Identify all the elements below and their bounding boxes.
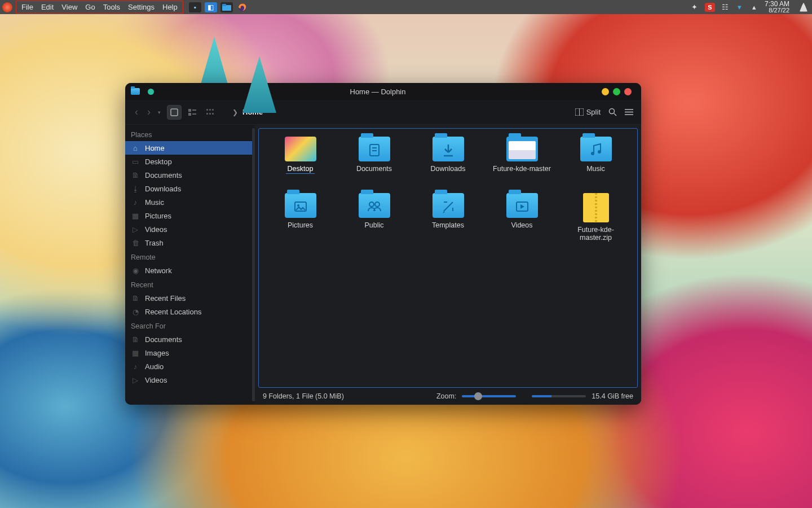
sidebar-item-home[interactable]: ⌂Home [125,141,255,155]
breadcrumb[interactable]: ❯ Home [232,108,575,116]
window-close-button[interactable] [624,88,632,95]
sidebar-item-label: Music [145,198,164,207]
file-item-future-kde-master-zip[interactable]: Future-kde-master.zip [559,193,633,247]
menu-edit[interactable]: Edit [37,2,58,12]
file-item-pictures[interactable]: Pictures [263,193,337,247]
nav-history-dropdown[interactable]: ▾ [156,106,162,119]
free-space-bar [532,395,586,397]
file-item-future-kde-master[interactable]: Future-kde-master [485,137,559,191]
svg-point-16 [610,109,615,114]
svg-rect-13 [212,113,214,115]
sidebar-item-pictures[interactable]: ▦Pictures [125,209,255,222]
tray-icon-volume[interactable]: ▾ [735,3,744,12]
sidebar-item-videos[interactable]: ▷Videos [125,373,255,387]
sidebar-heading-remote: Remote [125,249,255,264]
file-item-downloads[interactable]: Downloads [411,137,485,191]
sidebar-item-music[interactable]: ♪Music [125,195,255,209]
file-item-desktop[interactable]: Desktop [263,137,337,191]
sidebar-item-documents[interactable]: 🗎Documents [125,168,255,182]
svg-point-29 [369,202,374,207]
sidebar-item-label: Documents [145,335,182,344]
tray-icon-updates[interactable]: ✦ [690,3,699,12]
folder-icon [359,137,390,161]
user-icon[interactable] [800,3,807,12]
sidebar-item-videos[interactable]: ▷Videos [125,222,255,236]
toolbar: ‹ › ▾ ❯ Home [125,100,641,125]
file-item-templates[interactable]: Templates [411,193,485,247]
search-button[interactable] [608,108,617,116]
menu-view[interactable]: View [58,2,81,12]
breadcrumb-current[interactable]: Home [242,108,263,116]
task-icon-terminal[interactable]: ▪ [189,2,201,12]
window-maximize-button[interactable] [613,88,620,95]
folder-icon [285,193,316,218]
view-compact-button[interactable] [185,105,200,120]
menu-help[interactable]: Help [158,2,182,12]
sidebar-item-audio[interactable]: ♪Audio [125,360,255,373]
file-label: Future-kde-master [491,164,553,173]
file-item-videos[interactable]: Videos [485,193,559,247]
svg-rect-11 [206,113,208,115]
sidebar-item-trash[interactable]: 🗑Trash [125,236,255,249]
sidebar-scrollbar[interactable] [252,128,255,401]
file-item-music[interactable]: Music [559,137,633,191]
svg-point-26 [598,150,601,154]
folder-icon [433,137,464,161]
view-icons-button[interactable] [167,105,182,120]
sidebar-item-icon: 🗎 [131,294,140,303]
file-label: Public [363,221,385,230]
places-sidebar[interactable]: Places⌂Home▭Desktop🗎Documents⭳Downloads♪… [125,125,255,405]
sidebar-heading-recent: Recent [125,277,255,291]
clock-time: 7:30 AM [765,1,789,7]
sidebar-item-recent-locations[interactable]: ◔Recent Locations [125,305,255,318]
status-summary: 9 Folders, 1 File (5.0 MiB) [263,392,344,400]
sidebar-item-downloads[interactable]: ⭳Downloads [125,182,255,195]
tray-chevron-icon[interactable]: ▴ [750,3,759,12]
file-item-public[interactable]: Public [337,193,411,247]
view-details-button[interactable] [203,105,218,120]
sidebar-item-icon: 🗎 [131,335,140,344]
folder-icon [506,193,538,218]
menu-tools[interactable]: Tools [99,2,124,12]
svg-rect-6 [188,113,191,116]
menu-go[interactable]: Go [81,2,99,12]
task-icon-app[interactable]: ◧ [205,2,217,12]
nav-back-button[interactable]: ‹ [131,106,142,119]
free-space-label: 15.4 GiB free [592,392,633,400]
svg-rect-4 [188,109,191,112]
svg-rect-5 [192,110,196,111]
sidebar-item-label: Audio [145,362,164,371]
sidebar-item-label: Home [145,144,165,152]
split-view-button[interactable]: Split [575,108,601,116]
nav-forward-button[interactable]: › [143,106,155,119]
svg-rect-9 [209,109,211,111]
task-icon-firefox[interactable] [236,2,249,12]
menu-file[interactable]: File [17,2,37,12]
sidebar-item-icon: ⌂ [131,143,140,152]
panel-clock[interactable]: 7:30 AM 8/27/22 [765,1,789,14]
menu-settings[interactable]: Settings [124,2,158,12]
sidebar-item-desktop[interactable]: ▭Desktop [125,155,255,168]
sidebar-item-icon: ▦ [131,211,140,220]
sidebar-item-label: Videos [145,376,167,384]
window-titlebar[interactable]: Home — Dolphin [125,83,641,100]
task-icon-files[interactable] [220,2,233,12]
folder-icon [285,137,316,161]
file-grid[interactable]: DesktopDocumentsDownloadsFuture-kde-mast… [258,128,638,388]
file-item-documents[interactable]: Documents [337,137,411,191]
sidebar-item-documents[interactable]: 🗎Documents [125,332,255,346]
chevron-right-icon: ❯ [232,108,238,116]
tray-icon-s[interactable]: S [705,3,715,12]
sidebar-item-network[interactable]: ◉Network [125,264,255,277]
clock-date: 8/27/22 [765,7,789,14]
zoom-slider[interactable] [462,395,516,397]
sidebar-item-label: Videos [145,225,167,234]
global-menu-bar: FileEditViewGoToolsSettingsHelp [16,1,183,14]
tray-icon-network[interactable]: ☷ [721,3,730,12]
sidebar-item-recent-files[interactable]: 🗎Recent Files [125,291,255,305]
app-launcher-icon[interactable] [2,2,12,12]
window-minimize-button[interactable] [602,88,609,95]
hamburger-menu-button[interactable] [625,108,633,116]
svg-rect-8 [206,109,208,111]
sidebar-item-images[interactable]: ▦Images [125,346,255,360]
